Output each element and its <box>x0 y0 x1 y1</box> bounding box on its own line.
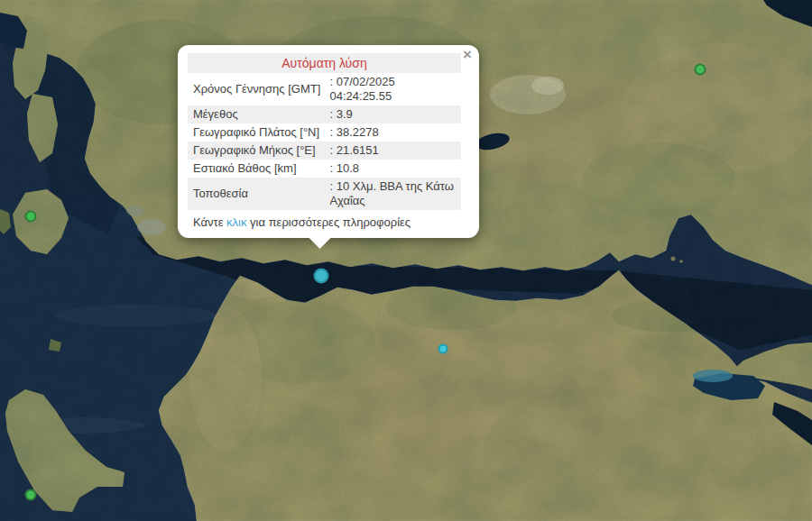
row-value: : 10 Χλμ. ΒΒΑ της Κάτω Αχαΐας <box>325 178 462 210</box>
table-row: Τοποθεσία : 10 Χλμ. ΒΒΑ της Κάτω Αχαΐας <box>188 178 461 210</box>
row-value: : 3.9 <box>325 105 462 123</box>
row-label: Τοποθεσία <box>188 178 325 210</box>
earthquake-marker[interactable] <box>25 489 37 501</box>
row-value: : 10.8 <box>325 160 462 178</box>
lagoon <box>137 219 166 235</box>
row-value: : 21.6151 <box>325 142 462 160</box>
selected-earthquake-marker[interactable] <box>314 269 329 284</box>
more-info-link[interactable]: κλικ <box>226 215 246 229</box>
popup-content: Αυτόματη λύση Χρόνος Γέννησης [GMT] : 07… <box>188 53 461 230</box>
earthquake-marker[interactable] <box>438 344 448 354</box>
table-row: Εστιακό Βάθος [km] : 10.8 <box>188 160 461 178</box>
row-label: Γεωγραφικό Μήκος [°E] <box>188 142 325 160</box>
popup-title: Αυτόματη λύση <box>188 53 461 73</box>
popup-title-row: Αυτόματη λύση <box>188 53 461 73</box>
row-label: Γεωγραφικό Πλάτος [°N] <box>188 123 325 142</box>
table-row: Μέγεθος : 3.9 <box>188 105 461 123</box>
table-row: Γεωγραφικό Μήκος [°E] : 21.6151 <box>188 142 461 160</box>
map-application: × Αυτόματη λύση Χρόνος Γέννησης [GMT] : … <box>0 0 812 521</box>
row-value: : 38.2278 <box>325 123 462 142</box>
row-label: Εστιακό Βάθος [km] <box>188 160 325 178</box>
popup-footer: Κάντε κλικ για περισσότερες πληροφορίες <box>193 215 461 230</box>
table-row: Γεωγραφικό Πλάτος [°N] : 38.2278 <box>188 123 461 142</box>
footer-text: Κάντε <box>193 215 223 229</box>
table-row: Χρόνος Γέννησης [GMT] : 07/02/2025 04:24… <box>188 73 461 105</box>
row-label: Μέγεθος <box>188 105 325 123</box>
footer-text: για περισσότερες πληροφορίες <box>250 215 411 229</box>
row-value: : 07/02/2025 04:24:25.55 <box>325 73 462 105</box>
earthquake-marker[interactable] <box>695 64 706 76</box>
lagoon <box>126 206 144 216</box>
earthquake-info-table: Αυτόματη λύση Χρόνος Γέννησης [GMT] : 07… <box>188 53 461 210</box>
earthquake-marker[interactable] <box>25 211 37 223</box>
earthquake-popup: × Αυτόματη λύση Χρόνος Γέννησης [GMT] : … <box>178 45 479 238</box>
popup-close-button[interactable]: × <box>463 48 472 61</box>
row-label: Χρόνος Γέννησης [GMT] <box>188 73 325 105</box>
